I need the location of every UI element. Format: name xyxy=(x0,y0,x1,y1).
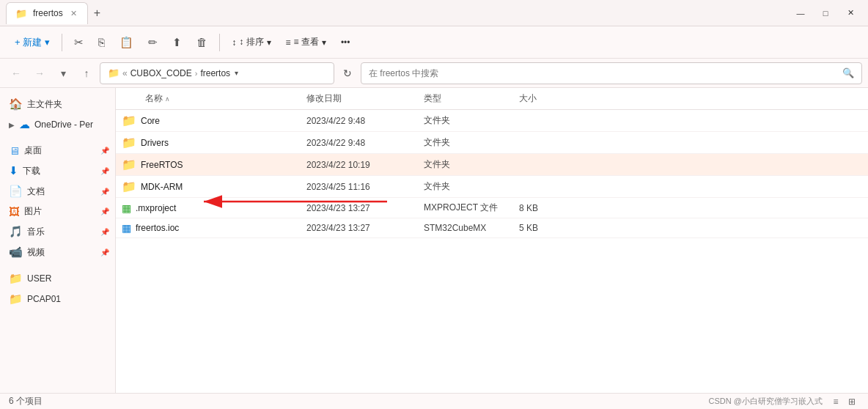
user-folder-icon: 📁 xyxy=(9,272,23,285)
breadcrumb-chevron-icon[interactable]: ▾ xyxy=(233,67,240,78)
sort-button[interactable]: ↕ ↕ 排序 ▾ xyxy=(226,32,276,52)
col-size-header[interactable]: 大小 xyxy=(519,92,578,105)
sidebar-item-videos[interactable]: 📹 视频 📌 xyxy=(0,242,115,262)
expand-icon: ▶ xyxy=(9,121,15,129)
sidebar-item-user[interactable]: 📁 USER xyxy=(0,268,115,289)
minimize-button[interactable]: — xyxy=(789,4,812,22)
view-grid-icon[interactable]: ⊞ xyxy=(845,395,859,408)
view-list-icon[interactable]: ≡ xyxy=(828,395,843,408)
file-row-mxproject[interactable]: ▦ .mxproject 2023/4/23 13:27 MXPROJECT 文… xyxy=(116,198,868,218)
cut-button[interactable]: ✂ xyxy=(68,32,89,53)
folder-icon-mdkarm: 📁 xyxy=(122,180,136,194)
recent-button[interactable]: ▾ xyxy=(53,63,73,84)
cell-name-drivers: 📁 Drivers xyxy=(116,136,306,150)
new-tab-button[interactable]: + xyxy=(88,4,106,23)
delete-button[interactable]: 🗑 xyxy=(191,32,213,52)
cell-date-core: 2023/4/22 9:48 xyxy=(306,116,424,126)
file-row-freertos[interactable]: 📁 FreeRTOS 2023/4/22 10:19 文件夹 xyxy=(116,154,868,176)
sidebar-item-pictures[interactable]: 🖼 图片 📌 xyxy=(0,202,115,221)
file-icon-ioc: ▦ xyxy=(122,222,131,234)
cut-icon: ✂ xyxy=(74,36,84,49)
folder-icon-core: 📁 xyxy=(122,114,136,128)
delete-icon: 🗑 xyxy=(196,36,207,48)
pin-icon-documents: 📌 xyxy=(100,188,109,196)
filename-mdkarm: MDK-ARM xyxy=(141,182,183,192)
title-bar: 📁 freertos ✕ + — □ ✕ xyxy=(0,0,868,26)
sidebar-item-pcap01[interactable]: 📁 PCAP01 xyxy=(0,289,115,309)
file-icon-mxproject: ▦ xyxy=(122,202,131,214)
file-row-core[interactable]: 📁 Core 2023/4/22 9:48 文件夹 xyxy=(116,110,868,132)
music-icon: 🎵 xyxy=(9,225,23,238)
pcap01-folder-icon: 📁 xyxy=(9,292,23,306)
cell-type-mdkarm: 文件夹 xyxy=(424,180,519,193)
file-row-freertos-ioc[interactable]: ▦ freertos.ioc 2023/4/23 13:27 STM32Cube… xyxy=(116,218,868,238)
filename-freertos: FreeRTOS xyxy=(141,160,183,170)
sidebar-item-onedrive[interactable]: ▶ ☁ OneDrive - Per xyxy=(0,114,115,135)
rename-icon: ✏ xyxy=(148,36,158,49)
home-icon: 🏠 xyxy=(9,97,23,111)
folder-icon-freertos: 📁 xyxy=(122,158,136,172)
desktop-icon: 🖥 xyxy=(9,144,20,157)
sidebar-item-documents[interactable]: 📄 文档 📌 xyxy=(0,181,115,202)
copy-button[interactable]: ⎘ xyxy=(92,32,111,52)
col-name-label: 名称 xyxy=(145,93,163,103)
share-icon: ⬆ xyxy=(172,36,182,49)
share-button[interactable]: ⬆ xyxy=(166,32,188,53)
sidebar-item-home[interactable]: 🏠 主文件夹 xyxy=(0,94,115,114)
maximize-button[interactable]: □ xyxy=(814,4,837,22)
file-row-mdkarm[interactable]: 📁 MDK-ARM 2023/4/25 11:16 文件夹 xyxy=(116,176,868,198)
breadcrumb[interactable]: 📁 « CUBOX_CODE › freertos ▾ xyxy=(100,62,334,84)
search-box[interactable]: 🔍 xyxy=(361,62,862,84)
view-chevron: ▾ xyxy=(322,37,326,48)
sidebar-item-downloads[interactable]: ⬇ 下载 📌 xyxy=(0,161,115,181)
refresh-button[interactable]: ↻ xyxy=(337,63,358,84)
view-label: ≡ 查看 xyxy=(294,36,319,48)
col-date-header[interactable]: 修改日期 xyxy=(306,92,424,105)
search-input[interactable] xyxy=(369,68,838,78)
forward-button[interactable]: → xyxy=(29,63,50,84)
tab-area: 📁 freertos ✕ + xyxy=(6,2,789,24)
file-header: 名称 ∧ 修改日期 类型 大小 xyxy=(116,88,868,110)
sidebar: 🏠 主文件夹 ▶ ☁ OneDrive - Per 🖥 桌面 📌 ⬇ 下载 📌 … xyxy=(0,88,116,393)
sidebar-desktop-label: 桌面 xyxy=(24,144,42,157)
status-bar: 6 个项目 CSDN @小白研究僧学习嵌入式 ≡ ⊞ xyxy=(0,393,868,409)
breadcrumb-current: freertos xyxy=(200,68,230,78)
new-button-label: + 新建 xyxy=(15,36,42,49)
breadcrumb-separator-icon: « xyxy=(122,68,128,78)
tab-freertos[interactable]: 📁 freertos ✕ xyxy=(6,2,88,24)
file-area: 名称 ∧ 修改日期 类型 大小 📁 Core 2023/4/22 9:48 xyxy=(116,88,868,393)
new-chevron-icon: ▾ xyxy=(45,37,50,48)
cell-size-freertos-ioc: 5 KB xyxy=(519,223,578,233)
sidebar-item-music[interactable]: 🎵 音乐 📌 xyxy=(0,221,115,242)
more-button[interactable]: ••• xyxy=(335,34,356,51)
sidebar-documents-label: 文档 xyxy=(27,185,45,198)
cell-name-core: 📁 Core xyxy=(116,114,306,128)
up-button[interactable]: ↑ xyxy=(76,63,97,84)
sidebar-onedrive-label: OneDrive - Per xyxy=(34,119,93,130)
col-name-header[interactable]: 名称 ∧ xyxy=(116,92,306,105)
cell-type-freertos-ioc: STM32CubeMX xyxy=(424,223,519,233)
item-count: 6 个项目 xyxy=(9,395,43,408)
back-button[interactable]: ← xyxy=(6,63,26,84)
rename-button[interactable]: ✏ xyxy=(142,32,163,53)
close-button[interactable]: ✕ xyxy=(839,4,862,22)
pin-icon-music: 📌 xyxy=(100,228,109,236)
pin-icon-downloads: 📌 xyxy=(100,167,109,175)
cell-type-drivers: 文件夹 xyxy=(424,136,519,149)
cell-date-mxproject: 2023/4/23 13:27 xyxy=(306,203,424,213)
cell-name-freertos: 📁 FreeRTOS xyxy=(116,158,306,172)
tab-close-button[interactable]: ✕ xyxy=(69,7,78,20)
file-row-drivers[interactable]: 📁 Drivers 2023/4/22 9:48 文件夹 xyxy=(116,132,868,154)
cell-date-mdkarm: 2023/4/25 11:16 xyxy=(306,182,424,192)
documents-icon: 📄 xyxy=(9,185,23,198)
view-button[interactable]: ≡ ≡ 查看 ▾ xyxy=(280,32,332,52)
paste-button[interactable]: 📋 xyxy=(114,32,139,53)
status-right: CSDN @小白研究僧学习嵌入式 ≡ ⊞ xyxy=(709,395,859,408)
new-button[interactable]: + 新建 ▾ xyxy=(9,32,56,53)
pin-icon-videos: 📌 xyxy=(100,248,109,257)
filename-drivers: Drivers xyxy=(141,138,169,148)
copy-icon: ⎘ xyxy=(98,36,105,48)
sidebar-item-desktop[interactable]: 🖥 桌面 📌 xyxy=(0,141,115,161)
col-type-header[interactable]: 类型 xyxy=(424,92,519,105)
cell-type-mxproject: MXPROJECT 文件 xyxy=(424,202,519,214)
